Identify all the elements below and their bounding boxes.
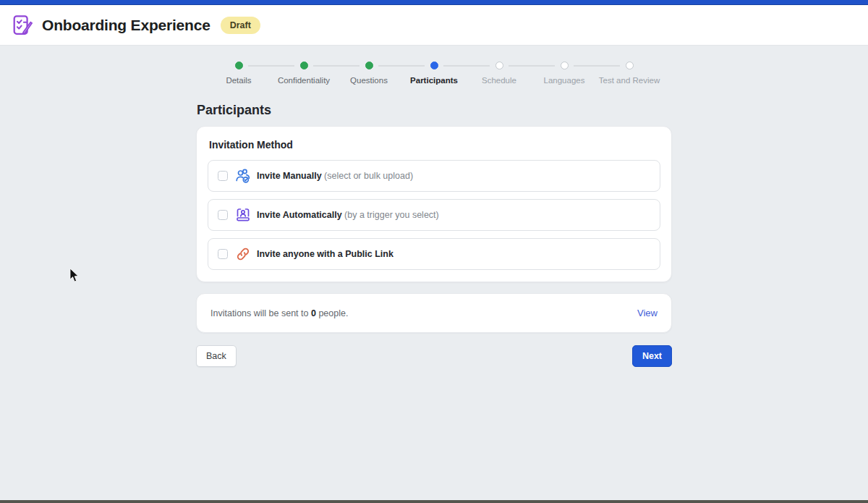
invitation-count: 0 (311, 308, 316, 318)
option-invite-automatically[interactable]: Invite Automatically (by a trigger you s… (208, 199, 660, 231)
back-button[interactable]: Back (196, 345, 237, 367)
invitation-summary-card: Invitations will be sent to 0 people. Vi… (196, 293, 672, 333)
public-link-checkbox[interactable] (218, 249, 228, 259)
draft-status-badge: Draft (221, 17, 260, 34)
next-button[interactable]: Next (632, 345, 672, 367)
option-hint: (select or bulk upload) (324, 171, 413, 181)
step-dot-completed (365, 62, 373, 69)
survey-checklist-logo-icon (10, 13, 35, 38)
stepper-step-test-and-review[interactable]: Test and Review (597, 62, 662, 85)
window-bottom-edge (0, 500, 868, 503)
step-dot-completed (300, 62, 308, 69)
section-heading: Participants (197, 103, 672, 118)
option-label: Invite anyone with a Public Link (257, 249, 393, 259)
option-invite-manually[interactable]: Invite Manually (select or bulk upload) (208, 160, 660, 192)
invitation-summary-text: Invitations will be sent to 0 people. (210, 308, 348, 318)
step-dot-completed (235, 62, 243, 69)
invitation-method-title: Invitation Method (209, 139, 660, 151)
invitation-method-card: Invitation Method Invite Manually (selec… (196, 126, 672, 282)
wizard-footer-actions: Back Next (196, 345, 672, 367)
step-dot-upcoming (626, 62, 634, 69)
app-header: Onboarding Experience Draft (0, 5, 868, 46)
link-icon (234, 245, 252, 263)
option-label: Invite Manually (257, 171, 322, 181)
option-hint: (by a trigger you select) (344, 210, 439, 220)
step-dot-upcoming (561, 62, 569, 69)
automation-person-icon (234, 206, 252, 224)
step-dot-upcoming (495, 62, 503, 69)
mouse-cursor-icon (69, 268, 80, 283)
participants-step-content: Participants Invitation Method Invite Ma… (196, 103, 672, 367)
invite-manually-checkbox[interactable] (218, 171, 228, 181)
wizard-stepper: Details Confidentiality Questions Partic… (0, 62, 868, 85)
step-dot-active (430, 62, 438, 69)
view-recipients-link[interactable]: View (637, 308, 658, 318)
invite-automatically-checkbox[interactable] (218, 210, 228, 220)
page-title: Onboarding Experience (42, 17, 210, 34)
option-public-link[interactable]: Invite anyone with a Public Link (208, 238, 660, 270)
option-label: Invite Automatically (257, 210, 342, 220)
window-top-accent-bar (0, 0, 868, 5)
people-check-icon (234, 167, 252, 185)
